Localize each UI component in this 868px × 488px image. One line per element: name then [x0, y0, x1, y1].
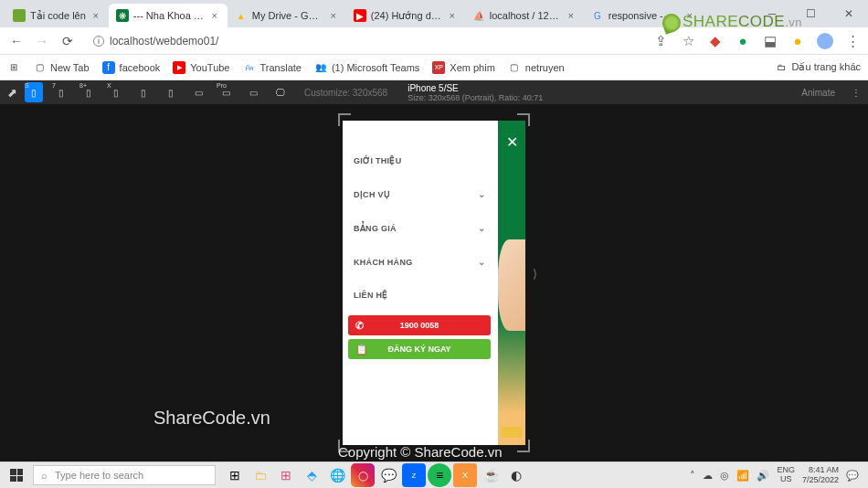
chevron-down-icon: ⌄	[478, 223, 485, 233]
menu-item-banggia[interactable]: BẢNG GIÁ ⌄	[343, 211, 496, 245]
close-icon[interactable]: ×	[566, 10, 577, 21]
taskbar-search[interactable]: ⌕ Type here to search	[33, 465, 216, 485]
tab-favicon: ⛵	[472, 9, 485, 22]
start-button[interactable]	[0, 462, 33, 488]
phone-icon: ✆	[355, 320, 364, 332]
forward-button[interactable]: →	[33, 32, 51, 50]
close-icon[interactable]: ×	[328, 10, 339, 21]
windows-logo-icon	[10, 469, 23, 482]
explorer-icon[interactable]: 🗀	[249, 463, 272, 487]
app-icon[interactable]: ⊞	[274, 463, 298, 487]
devtools-menu-icon[interactable]: ⋮	[852, 88, 861, 98]
page-background	[498, 121, 525, 445]
device-viewport: ⟩ ✕ GIỚI THIỆU DỊCH VỤ ⌄ BẢNG GIÁ ⌄ KHÁC…	[0, 104, 868, 461]
register-button[interactable]: 📋 ĐĂNG KÝ NGAY	[348, 339, 491, 359]
back-button[interactable]: ←	[7, 32, 26, 50]
inspect-icon[interactable]: ⬈	[7, 86, 17, 100]
reload-button[interactable]: ⟳	[58, 32, 77, 50]
phone-button[interactable]: ✆ 1900 0058	[348, 315, 491, 335]
extension-icon[interactable]: ●	[735, 33, 751, 49]
resize-handle-icon[interactable]: ⟩	[533, 267, 537, 281]
browser-tab[interactable]: Tải code lên ×	[5, 4, 109, 27]
extension-icon[interactable]: ●	[789, 33, 806, 49]
tab-favicon: ▶	[354, 9, 366, 22]
apps-button[interactable]: ⊞	[7, 61, 20, 74]
browser-tab[interactable]: ▶ (24) Hướng dẫn cài đặt ful ×	[346, 4, 465, 27]
system-tray: ˄ ☁ ◎ 📶 🔊 ENGUS 8:41 AM 7/25/2022 💬	[690, 465, 868, 485]
volume-icon[interactable]: 🔊	[757, 470, 769, 482]
bookmark-item[interactable]: 🗛Translate	[243, 61, 302, 74]
notifications-icon[interactable]: 💬	[846, 470, 859, 482]
device-preset[interactable]: ▯	[162, 82, 180, 102]
menu-item-lienhe[interactable]: LIÊN HỆ	[343, 279, 496, 312]
device-preset[interactable]: ▭	[189, 82, 207, 102]
menu-icon[interactable]: ⋮	[844, 33, 861, 49]
taskbar-clock[interactable]: 8:41 AM 7/25/2022	[802, 465, 839, 485]
tab-title: Tải code lên	[30, 10, 86, 22]
url-input[interactable]: i localhost/webdemo01/	[84, 32, 645, 50]
bookmark-star-icon[interactable]: ☆	[680, 33, 696, 49]
bookmark-item[interactable]: 👥(1) Microsoft Teams	[314, 61, 419, 74]
zalo-icon[interactable]: Z	[402, 463, 426, 487]
profile-icon[interactable]	[817, 33, 833, 49]
device-preset[interactable]: ▯	[134, 82, 153, 102]
messenger-icon[interactable]: 💬	[376, 463, 400, 487]
close-button[interactable]: ✕	[830, 0, 868, 27]
close-icon[interactable]: ×	[90, 10, 101, 21]
browser-tab[interactable]: ▲ My Drive - Google Drive ×	[228, 4, 346, 27]
url-text: localhost/webdemo01/	[110, 35, 218, 48]
bookmark-item[interactable]: ffacebook	[102, 61, 161, 74]
clipboard-icon: 📋	[355, 344, 368, 355]
browser-tab-active[interactable]: ❋ --- Nha Khoa Gia Đình - Hệ ×	[109, 4, 228, 27]
extension-icon[interactable]: ⬓	[762, 33, 778, 49]
chrome-icon[interactable]: 🌐	[325, 463, 349, 487]
taskbar-apps: ⊞ 🗀 ⊞ ⬘ 🌐 ◯ 💬 Z ≡ X ☕ ◐	[223, 463, 528, 487]
instagram-icon[interactable]: ◯	[351, 463, 375, 487]
onedrive-icon[interactable]: ☁	[703, 470, 713, 482]
wifi-icon[interactable]: 📶	[736, 470, 749, 482]
watermark-text: ShareCode.vn	[153, 408, 270, 429]
mobile-menu: GIỚI THIỆU DỊCH VỤ ⌄ BẢNG GIÁ ⌄ KHÁCH HÀ…	[343, 121, 496, 445]
menu-item-dichvu[interactable]: DỊCH VỤ ⌄	[343, 177, 496, 211]
close-menu-icon[interactable]: ✕	[506, 133, 518, 151]
bookmark-item[interactable]: XPXem phim	[432, 61, 495, 74]
chevron-down-icon: ⌄	[478, 257, 485, 267]
browser-tab[interactable]: ⛵ localhost / 127.0.0.1 / nha ×	[465, 4, 584, 27]
app-icon[interactable]: ☕	[479, 463, 503, 487]
vscode-icon[interactable]: ⬘	[300, 463, 323, 487]
phone-preview: ✕ GIỚI THIỆU DỊCH VỤ ⌄ BẢNG GIÁ ⌄ KHÁCH …	[343, 121, 525, 445]
device-info: iPhone 5/SE Size: 320x568 (Portrait), Ra…	[408, 83, 543, 102]
spotify-icon[interactable]: ≡	[428, 463, 451, 487]
tab-favicon	[13, 9, 26, 22]
tray-icon[interactable]: ◎	[720, 470, 729, 482]
bookmark-item[interactable]: ▢New Tab	[33, 61, 90, 74]
device-preset-desktop[interactable]: 🖵	[271, 82, 290, 102]
site-info-icon[interactable]: i	[93, 36, 104, 47]
chevron-down-icon: ⌄	[478, 189, 485, 199]
search-icon: ⌕	[41, 470, 48, 481]
tray-chevron-icon[interactable]: ˄	[690, 470, 695, 482]
menu-item-khachhang[interactable]: KHÁCH HÀNG ⌄	[343, 245, 496, 279]
windows-taskbar: ⌕ Type here to search ⊞ 🗀 ⊞ ⬘ 🌐 ◯ 💬 Z ≡ …	[0, 461, 868, 488]
close-icon[interactable]: ×	[209, 10, 220, 21]
watermark-copyright: Copyright © ShareCode.vn	[338, 444, 502, 460]
menu-item-gioithieu[interactable]: GIỚI THIỆU	[343, 144, 496, 177]
task-view-icon[interactable]: ⊞	[223, 463, 247, 487]
bookmarks-overflow[interactable]: 🗀Dấu trang khác	[775, 61, 861, 74]
extension-icon[interactable]: ◆	[707, 33, 724, 49]
xampp-icon[interactable]: X	[453, 463, 477, 487]
customize-label: Customize: 320x568	[304, 88, 387, 98]
close-icon[interactable]: ×	[447, 10, 458, 21]
bookmarks-bar: ⊞ ▢New Tab ffacebook ▶YouTube 🗛Translate…	[0, 55, 868, 80]
bookmark-item[interactable]: ▢netruyen	[508, 61, 565, 74]
tab-favicon: ❋	[116, 9, 129, 22]
share-icon[interactable]: ⇪	[652, 33, 669, 49]
device-preset[interactable]: ▭	[244, 82, 262, 102]
language-indicator[interactable]: ENGUS	[777, 466, 795, 484]
bookmark-item[interactable]: ▶YouTube	[173, 61, 229, 74]
tab-title: localhost / 127.0.0.1 / nha	[490, 10, 561, 21]
tab-favicon: G	[591, 9, 604, 22]
sharecode-logo: SHARECODE.vn	[662, 13, 802, 32]
app-icon[interactable]: ◐	[504, 463, 528, 487]
animate-toggle[interactable]: Animate	[801, 88, 835, 98]
